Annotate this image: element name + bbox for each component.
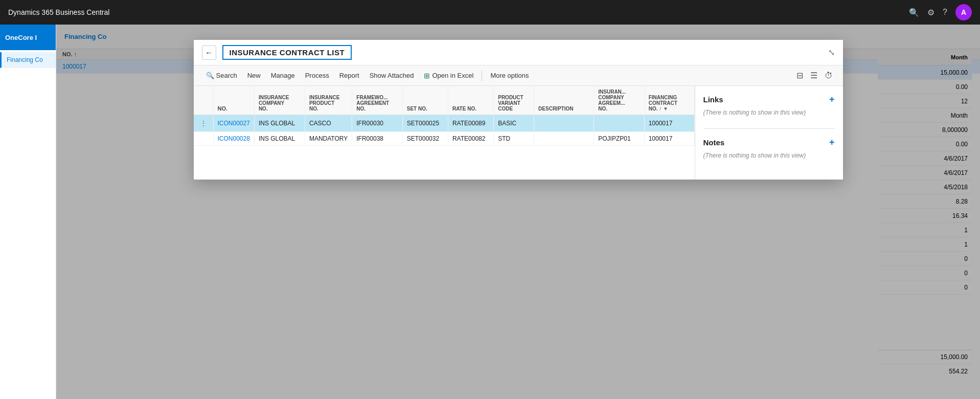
- modal-dialog: ← INSURANCE CONTRACT LIST ⤡ 🔍 Search: [194, 40, 843, 180]
- help-icon[interactable]: ?: [943, 8, 947, 17]
- notes-title: Notes: [703, 138, 725, 147]
- modal-minimize-button[interactable]: ⤡: [828, 48, 835, 57]
- row-context-menu-button[interactable]: ⋮: [198, 118, 209, 128]
- cell-rate_no: RATE00089: [448, 115, 493, 132]
- row-action-cell: [194, 132, 214, 146]
- search-button[interactable]: 🔍 Search: [202, 70, 241, 81]
- side-panel-divider: [703, 128, 835, 129]
- more-options-button[interactable]: More options: [486, 70, 533, 81]
- open-in-excel-button[interactable]: ⊞ Open in Excel: [420, 70, 477, 82]
- cell-set_no: SET000025: [402, 115, 448, 132]
- cell-ins_product_no: MANDATORY: [305, 132, 352, 146]
- show-attached-button[interactable]: Show Attached: [366, 70, 418, 81]
- col-ins-company-agr-no[interactable]: INSURAN...COMPANYAGREEM...NO.: [594, 86, 644, 115]
- process-button[interactable]: Process: [301, 70, 333, 81]
- list-view-button[interactable]: ☰: [808, 69, 819, 82]
- notes-add-button[interactable]: +: [829, 137, 835, 148]
- cell-ins_product_no: CASCO: [305, 115, 352, 132]
- sidebar-nav: Financing Co: [0, 50, 56, 70]
- clock-icon: ⏱: [825, 71, 833, 80]
- col-no[interactable]: NO.: [213, 86, 254, 115]
- toolbar-right: ⊟ ☰ ⏱: [794, 69, 835, 82]
- toolbar-separator: [482, 71, 482, 81]
- cell-set_no: SET000032: [402, 132, 448, 146]
- search-icon[interactable]: 🔍: [909, 8, 919, 17]
- cell-ins_company_agr_no: [594, 115, 644, 132]
- cell-ins_company_no: INS GLOBAL: [254, 132, 305, 146]
- right-panel: Financing Co NO. ↑ 1000017 Month 15,000.…: [56, 25, 980, 399]
- filter-icon-button[interactable]: ⊟: [794, 69, 805, 82]
- new-button[interactable]: New: [243, 70, 265, 81]
- filter-icon: ⊟: [796, 71, 803, 80]
- cell-financing_contract_no: 1000017: [644, 132, 694, 146]
- cell-description: [534, 132, 594, 146]
- avatar[interactable]: A: [955, 4, 972, 20]
- top-bar-right: 🔍 ⚙ ? A: [909, 4, 972, 20]
- cell-ins_company_no: INS GLOBAL: [254, 115, 305, 132]
- notes-section: Notes + (There is nothing to show in thi…: [703, 137, 835, 159]
- row-action-cell: ⋮: [194, 115, 214, 132]
- cell-description: [534, 115, 594, 132]
- toolbar: 🔍 Search New Manage Process Report: [194, 65, 843, 86]
- sidebar-app-name: OneCore I: [5, 34, 37, 41]
- cell-ins_company_agr_no: POJIPZP01: [594, 132, 644, 146]
- cell-no[interactable]: ICON00027: [213, 115, 254, 132]
- cell-framework_agreement_no: IFR00030: [352, 115, 402, 132]
- excel-icon: ⊞: [424, 72, 430, 80]
- modal-back-button[interactable]: ←: [202, 46, 216, 60]
- cell-rate_no: RATE00082: [448, 132, 493, 146]
- settings-icon[interactable]: ⚙: [927, 8, 935, 17]
- table-row[interactable]: ⋮ICON00027INS GLOBALCASCOIFR00030SET0000…: [194, 115, 695, 132]
- modal-body: NO. INSURANCECOMPANYNO. INSURANCEPRODUCT…: [194, 86, 843, 180]
- cell-product_variant_code: BASIC: [494, 115, 534, 132]
- manage-button[interactable]: Manage: [267, 70, 299, 81]
- clock-button[interactable]: ⏱: [823, 69, 835, 82]
- notes-header: Notes +: [703, 137, 835, 148]
- side-panel: Links + (There is nothing to show in thi…: [695, 86, 843, 180]
- col-ins-product-no[interactable]: INSURANCEPRODUCTNO.: [305, 86, 352, 115]
- sidebar-header: OneCore I: [0, 25, 56, 50]
- notes-empty-message: (There is nothing to show in this view): [703, 152, 835, 159]
- cell-product_variant_code: STD: [494, 132, 534, 146]
- sidebar-item-financing[interactable]: Financing Co: [0, 52, 56, 68]
- modal-header: ← INSURANCE CONTRACT LIST ⤡: [194, 40, 843, 65]
- col-framework-agr-no[interactable]: FRAMEWO...AGREEMENTNO.: [352, 86, 402, 115]
- cell-financing_contract_no: 1000017: [644, 115, 694, 132]
- col-empty: [194, 86, 214, 115]
- col-financing-contract-no[interactable]: FINANCINGCONTRACTNO. ↑ ▼: [644, 86, 694, 115]
- modal-overlay: ← INSURANCE CONTRACT LIST ⤡ 🔍 Search: [56, 25, 980, 399]
- left-sidebar: OneCore I Financing Co: [0, 25, 56, 399]
- links-title: Links: [703, 95, 723, 104]
- links-header: Links +: [703, 94, 835, 105]
- top-bar-left: Dynamics 365 Business Central: [8, 8, 109, 16]
- main-area: OneCore I Financing Co Financing Co NO. …: [0, 25, 980, 399]
- links-add-button[interactable]: +: [829, 94, 835, 105]
- col-set-no[interactable]: SET NO.: [402, 86, 448, 115]
- app-title: Dynamics 365 Business Central: [8, 8, 109, 16]
- col-product-variant-code[interactable]: PRODUCTVARIANTCODE: [494, 86, 534, 115]
- modal-title: INSURANCE CONTRACT LIST: [222, 45, 352, 60]
- insurance-contract-table: NO. INSURANCECOMPANYNO. INSURANCEPRODUCT…: [194, 86, 695, 146]
- report-button[interactable]: Report: [335, 70, 363, 81]
- links-section: Links + (There is nothing to show in thi…: [703, 94, 835, 116]
- col-description[interactable]: DESCRIPTION: [534, 86, 594, 115]
- top-bar: Dynamics 365 Business Central 🔍 ⚙ ? A: [0, 0, 980, 25]
- cell-no[interactable]: ICON00028: [213, 132, 254, 146]
- list-icon: ☰: [810, 71, 817, 80]
- search-icon: 🔍: [206, 72, 214, 79]
- links-empty-message: (There is nothing to show in this view): [703, 109, 835, 116]
- col-ins-company-no[interactable]: INSURANCECOMPANYNO.: [254, 86, 305, 115]
- col-rate-no[interactable]: RATE NO.: [448, 86, 493, 115]
- table-row[interactable]: ICON00028INS GLOBALMANDATORYIFR00038SET0…: [194, 132, 695, 146]
- cell-framework_agreement_no: IFR00038: [352, 132, 402, 146]
- table-area: NO. INSURANCECOMPANYNO. INSURANCEPRODUCT…: [194, 86, 695, 180]
